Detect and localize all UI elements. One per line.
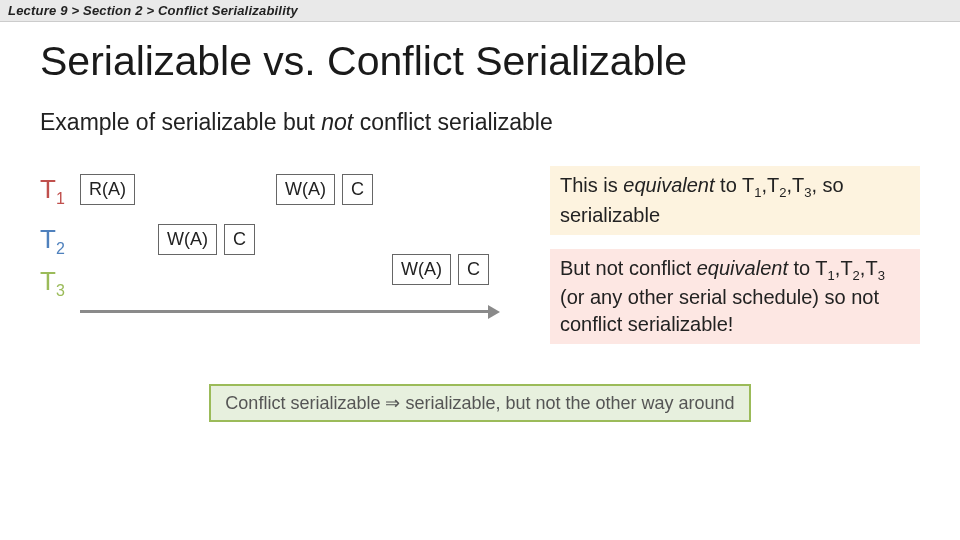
op-t1-ra: R(A) [80, 174, 135, 205]
n1e: ,T [786, 174, 804, 196]
n2d: ,T [835, 257, 853, 279]
note-serializable: This is equivalent to T1,T2,T3, so seria… [550, 166, 920, 235]
op-t1-wa: W(A) [276, 174, 335, 205]
n1d: ,T [761, 174, 779, 196]
n2e: ,T [860, 257, 878, 279]
slide-body: Serializable vs. Conflict Serializable E… [0, 22, 960, 422]
slide-title: Serializable vs. Conflict Serializable [40, 38, 920, 85]
t-letter: T [40, 224, 56, 254]
t-sub: 1 [56, 190, 65, 207]
op-t3-wa: W(A) [392, 254, 451, 285]
op-t2-wa: W(A) [158, 224, 217, 255]
t-letter: T [40, 266, 56, 296]
n2s2: 2 [853, 268, 860, 283]
t-sub: 3 [56, 282, 65, 299]
subtitle-post: conflict serializable [353, 109, 552, 135]
t-sub: 2 [56, 240, 65, 257]
slide-subtitle: Example of serializable but not conflict… [40, 109, 920, 136]
n1a: This is [560, 174, 623, 196]
op-t2-c: C [224, 224, 255, 255]
n2c: to T [788, 257, 828, 279]
callout-box: Conflict serializable ⇒ serializable, bu… [209, 384, 750, 422]
n2s3: 3 [878, 268, 885, 283]
label-t2: T2 [40, 224, 65, 258]
op-t3-c: C [458, 254, 489, 285]
n2s1: 1 [828, 268, 835, 283]
subtitle-not: not [321, 109, 353, 135]
n2a: But not conflict [560, 257, 697, 279]
note-not-conflict: But not conflict equivalent to T1,T2,T3 … [550, 249, 920, 345]
label-t1: T1 [40, 174, 65, 208]
t-letter: T [40, 174, 56, 204]
n1c: to T [715, 174, 755, 196]
n1b: equivalent [623, 174, 714, 196]
breadcrumb: Lecture 9 > Section 2 > Conflict Seriali… [0, 0, 960, 22]
subtitle-pre: Example of serializable but [40, 109, 321, 135]
schedule-diagram: T1 T2 T3 R(A) W(A) C W(A) C W(A) C [40, 166, 520, 346]
n2f: (or any other serial schedule) so not co… [560, 286, 879, 335]
notes: This is equivalent to T1,T2,T3, so seria… [550, 166, 920, 344]
label-t3: T3 [40, 266, 65, 300]
time-arrow [80, 310, 490, 313]
op-t1-c: C [342, 174, 373, 205]
n2b: equivalent [697, 257, 788, 279]
